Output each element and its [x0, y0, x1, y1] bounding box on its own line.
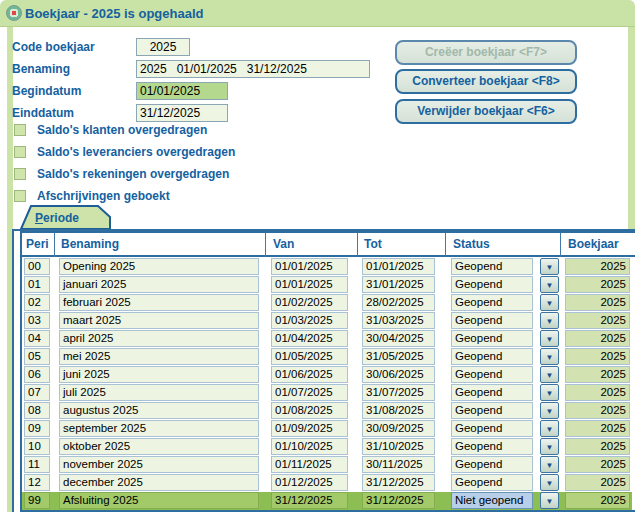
- period-status-cell[interactable]: Geopend: [451, 438, 533, 455]
- period-name-cell[interactable]: augustus 2025: [59, 402, 259, 419]
- period-year-cell[interactable]: 2025: [565, 294, 630, 311]
- period-year-cell[interactable]: 2025: [565, 420, 630, 437]
- table-row[interactable]: 00Opening 202501/01/202501/01/2025Geopen…: [22, 258, 632, 276]
- converteer-boekjaar-button[interactable]: Converteer boekjaar <F8>: [395, 69, 577, 94]
- period-from-cell[interactable]: 01/02/2025: [271, 294, 348, 311]
- table-row[interactable]: 99Afsluiting 202531/12/202531/12/2025Nie…: [22, 492, 632, 510]
- period-to-cell[interactable]: 30/09/2025: [362, 420, 435, 437]
- period-from-cell[interactable]: 01/06/2025: [271, 366, 348, 383]
- period-code-cell[interactable]: 00: [24, 258, 50, 275]
- saldo-rekeningen-checkbox[interactable]: [14, 168, 26, 180]
- period-code-cell[interactable]: 09: [24, 420, 50, 437]
- period-name-cell[interactable]: Afsluiting 2025: [59, 492, 259, 509]
- period-name-cell[interactable]: februari 2025: [59, 294, 259, 311]
- begindatum-field[interactable]: 01/01/2025: [136, 82, 228, 100]
- status-dropdown-button[interactable]: ▼: [540, 348, 559, 365]
- period-year-cell[interactable]: 2025: [565, 456, 630, 473]
- status-dropdown-button[interactable]: ▼: [540, 384, 559, 401]
- einddatum-field[interactable]: 31/12/2025: [136, 104, 228, 122]
- period-code-cell[interactable]: 99: [24, 492, 50, 509]
- period-status-cell[interactable]: Geopend: [451, 456, 533, 473]
- status-dropdown-button[interactable]: ▼: [540, 276, 559, 293]
- period-from-cell[interactable]: 01/05/2025: [271, 348, 348, 365]
- status-dropdown-button[interactable]: ▼: [540, 420, 559, 437]
- period-status-cell[interactable]: Geopend: [451, 258, 533, 275]
- period-year-cell[interactable]: 2025: [565, 312, 630, 329]
- tab-periode[interactable]: Periode: [20, 204, 112, 230]
- period-name-cell[interactable]: Opening 2025: [59, 258, 259, 275]
- period-status-cell[interactable]: Geopend: [451, 420, 533, 437]
- status-dropdown-button[interactable]: ▼: [540, 402, 559, 419]
- period-name-cell[interactable]: september 2025: [59, 420, 259, 437]
- period-year-cell[interactable]: 2025: [565, 474, 630, 491]
- status-dropdown-button[interactable]: ▼: [540, 366, 559, 383]
- table-row[interactable]: 02februari 202501/02/202528/02/2025Geope…: [22, 294, 632, 312]
- period-to-cell[interactable]: 30/04/2025: [362, 330, 435, 347]
- table-row[interactable]: 08augustus 202501/08/202531/08/2025Geope…: [22, 402, 632, 420]
- period-name-cell[interactable]: maart 2025: [59, 312, 259, 329]
- table-row[interactable]: 05mei 202501/05/202531/05/2025Geopend▼20…: [22, 348, 632, 366]
- period-name-cell[interactable]: juni 2025: [59, 366, 259, 383]
- status-dropdown-button[interactable]: ▼: [540, 456, 559, 473]
- status-dropdown-button[interactable]: ▼: [540, 258, 559, 275]
- creeer-boekjaar-button[interactable]: Creëer boekjaar <F7>: [395, 40, 577, 65]
- period-from-cell[interactable]: 01/04/2025: [271, 330, 348, 347]
- period-year-cell[interactable]: 2025: [565, 276, 630, 293]
- period-code-cell[interactable]: 02: [24, 294, 50, 311]
- period-to-cell[interactable]: 28/02/2025: [362, 294, 435, 311]
- status-dropdown-button[interactable]: ▼: [540, 474, 559, 491]
- period-year-cell[interactable]: 2025: [565, 402, 630, 419]
- period-to-cell[interactable]: 01/01/2025: [362, 258, 435, 275]
- period-to-cell[interactable]: 31/10/2025: [362, 438, 435, 455]
- period-code-cell[interactable]: 12: [24, 474, 50, 491]
- period-to-cell[interactable]: 30/06/2025: [362, 366, 435, 383]
- period-from-cell[interactable]: 01/07/2025: [271, 384, 348, 401]
- period-status-cell[interactable]: Geopend: [451, 402, 533, 419]
- period-from-cell[interactable]: 01/01/2025: [271, 258, 348, 275]
- period-from-cell[interactable]: 31/12/2025: [271, 492, 348, 509]
- period-to-cell[interactable]: 31/03/2025: [362, 312, 435, 329]
- saldo-klanten-checkbox[interactable]: [14, 124, 26, 136]
- period-status-cell[interactable]: Niet geopend: [451, 492, 533, 509]
- verwijder-boekjaar-button[interactable]: Verwijder boekjaar <F6>: [395, 99, 577, 124]
- period-year-cell[interactable]: 2025: [565, 492, 630, 509]
- period-code-cell[interactable]: 03: [24, 312, 50, 329]
- period-from-cell[interactable]: 01/09/2025: [271, 420, 348, 437]
- period-from-cell[interactable]: 01/01/2025: [271, 276, 348, 293]
- benaming-field[interactable]: 2025 01/01/2025 31/12/2025: [136, 60, 370, 78]
- status-dropdown-button[interactable]: ▼: [540, 492, 559, 509]
- period-to-cell[interactable]: 31/12/2025: [362, 474, 435, 491]
- period-status-cell[interactable]: Geopend: [451, 366, 533, 383]
- period-code-cell[interactable]: 06: [24, 366, 50, 383]
- table-row[interactable]: 10oktober 202501/10/202531/10/2025Geopen…: [22, 438, 632, 456]
- period-year-cell[interactable]: 2025: [565, 330, 630, 347]
- period-code-cell[interactable]: 04: [24, 330, 50, 347]
- period-to-cell[interactable]: 31/05/2025: [362, 348, 435, 365]
- period-from-cell[interactable]: 01/03/2025: [271, 312, 348, 329]
- period-code-cell[interactable]: 05: [24, 348, 50, 365]
- period-year-cell[interactable]: 2025: [565, 258, 630, 275]
- status-dropdown-button[interactable]: ▼: [540, 312, 559, 329]
- table-row[interactable]: 03maart 202501/03/202531/03/2025Geopend▼…: [22, 312, 632, 330]
- period-name-cell[interactable]: mei 2025: [59, 348, 259, 365]
- period-status-cell[interactable]: Geopend: [451, 348, 533, 365]
- period-to-cell[interactable]: 31/12/2025: [362, 492, 435, 509]
- period-name-cell[interactable]: december 2025: [59, 474, 259, 491]
- period-code-cell[interactable]: 11: [24, 456, 50, 473]
- period-code-cell[interactable]: 07: [24, 384, 50, 401]
- code-boekjaar-field[interactable]: 2025: [136, 38, 190, 56]
- period-name-cell[interactable]: november 2025: [59, 456, 259, 473]
- table-row[interactable]: 12december 202501/12/202531/12/2025Geope…: [22, 474, 632, 492]
- table-row[interactable]: 07juli 202501/07/202531/07/2025Geopend▼2…: [22, 384, 632, 402]
- period-name-cell[interactable]: juli 2025: [59, 384, 259, 401]
- period-status-cell[interactable]: Geopend: [451, 294, 533, 311]
- period-status-cell[interactable]: Geopend: [451, 276, 533, 293]
- period-year-cell[interactable]: 2025: [565, 384, 630, 401]
- period-name-cell[interactable]: april 2025: [59, 330, 259, 347]
- status-dropdown-button[interactable]: ▼: [540, 438, 559, 455]
- saldo-leveranciers-checkbox[interactable]: [14, 146, 26, 158]
- period-status-cell[interactable]: Geopend: [451, 474, 533, 491]
- afschrijvingen-checkbox[interactable]: [14, 190, 26, 202]
- table-row[interactable]: 04april 202501/04/202530/04/2025Geopend▼…: [22, 330, 632, 348]
- table-row[interactable]: 09september 202501/09/202530/09/2025Geop…: [22, 420, 632, 438]
